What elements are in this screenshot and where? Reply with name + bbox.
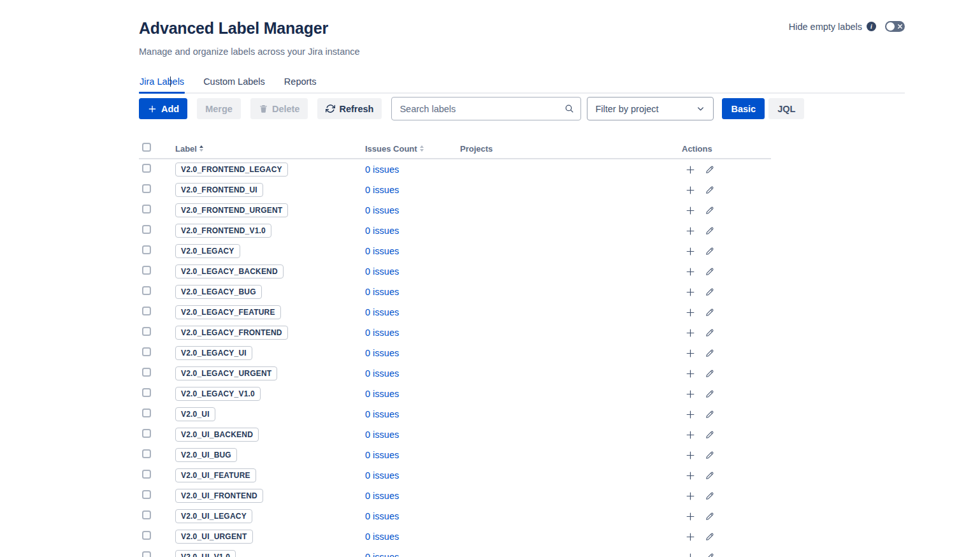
hide-empty-toggle[interactable]: [885, 21, 905, 32]
add-to-label-button[interactable]: [684, 205, 696, 216]
add-to-label-button[interactable]: [684, 449, 696, 461]
edit-label-button[interactable]: [704, 205, 716, 216]
add-to-label-button[interactable]: [684, 490, 696, 502]
edit-label-button[interactable]: [704, 368, 716, 379]
add-to-label-button[interactable]: [684, 245, 696, 257]
add-to-label-button[interactable]: [684, 510, 696, 522]
row-checkbox[interactable]: [142, 327, 151, 336]
issues-count-link[interactable]: 0 issues: [365, 307, 399, 317]
merge-button[interactable]: Merge: [197, 98, 241, 119]
add-to-label-button[interactable]: [684, 347, 696, 359]
row-checkbox[interactable]: [142, 266, 151, 275]
add-to-label-button[interactable]: [684, 551, 696, 557]
issues-count-link[interactable]: 0 issues: [365, 226, 399, 236]
add-to-label-button[interactable]: [684, 164, 696, 175]
edit-label-button[interactable]: [704, 164, 716, 175]
project-filter-select[interactable]: Filter by project: [587, 97, 714, 120]
label-chip[interactable]: V2.0_LEGACY_V1.0: [175, 387, 261, 401]
add-button[interactable]: Add: [139, 98, 187, 119]
add-to-label-button[interactable]: [684, 184, 696, 196]
label-chip[interactable]: V2.0_UI_LEGACY: [175, 509, 252, 523]
add-to-label-button[interactable]: [684, 327, 696, 338]
row-checkbox[interactable]: [142, 205, 151, 213]
add-to-label-button[interactable]: [684, 307, 696, 318]
label-chip[interactable]: V2.0_UI_BUG: [175, 448, 237, 462]
edit-label-button[interactable]: [704, 225, 716, 236]
label-chip[interactable]: V2.0_LEGACY_URGENT: [175, 366, 277, 380]
row-checkbox[interactable]: [142, 307, 151, 315]
row-checkbox[interactable]: [142, 388, 151, 397]
issues-count-link[interactable]: 0 issues: [365, 389, 399, 399]
edit-label-button[interactable]: [704, 551, 716, 557]
label-chip[interactable]: V2.0_FRONTEND_URGENT: [175, 203, 288, 217]
issues-count-link[interactable]: 0 issues: [365, 409, 399, 419]
edit-label-button[interactable]: [704, 184, 716, 196]
row-checkbox[interactable]: [142, 449, 151, 458]
row-checkbox[interactable]: [142, 470, 151, 479]
label-chip[interactable]: V2.0_LEGACY: [175, 244, 240, 258]
edit-label-button[interactable]: [704, 531, 716, 542]
row-checkbox[interactable]: [142, 409, 151, 417]
add-to-label-button[interactable]: [684, 531, 696, 542]
add-to-label-button[interactable]: [684, 368, 696, 379]
row-checkbox[interactable]: [142, 286, 151, 295]
issues-count-link[interactable]: 0 issues: [365, 185, 399, 195]
jql-mode-button[interactable]: JQL: [768, 98, 804, 119]
edit-label-button[interactable]: [704, 388, 716, 400]
issues-count-link[interactable]: 0 issues: [365, 430, 399, 440]
label-chip[interactable]: V2.0_UI_FRONTEND: [175, 489, 263, 503]
issues-count-link[interactable]: 0 issues: [365, 511, 399, 521]
issues-count-link[interactable]: 0 issues: [365, 164, 399, 175]
select-all-checkbox[interactable]: [142, 143, 151, 152]
add-to-label-button[interactable]: [684, 409, 696, 420]
row-checkbox[interactable]: [142, 225, 151, 234]
refresh-button[interactable]: Refresh: [317, 98, 382, 119]
basic-mode-button[interactable]: Basic: [722, 98, 765, 119]
label-chip[interactable]: V2.0_UI: [175, 407, 215, 421]
column-header-label[interactable]: Label: [175, 144, 365, 154]
edit-label-button[interactable]: [704, 327, 716, 338]
issues-count-link[interactable]: 0 issues: [365, 368, 399, 379]
search-input[interactable]: [391, 97, 581, 120]
issues-count-link[interactable]: 0 issues: [365, 205, 399, 215]
edit-label-button[interactable]: [704, 286, 716, 298]
edit-label-button[interactable]: [704, 307, 716, 318]
edit-label-button[interactable]: [704, 429, 716, 440]
issues-count-link[interactable]: 0 issues: [365, 328, 399, 338]
row-checkbox[interactable]: [142, 510, 151, 519]
column-header-issues[interactable]: Issues Count: [365, 144, 460, 154]
edit-label-button[interactable]: [704, 347, 716, 359]
edit-label-button[interactable]: [704, 470, 716, 481]
label-chip[interactable]: V2.0_UI_URGENT: [175, 530, 253, 544]
tab-jira-labels[interactable]: Jira Labels: [139, 76, 185, 92]
label-chip[interactable]: V2.0_LEGACY_BACKEND: [175, 264, 284, 278]
issues-count-link[interactable]: 0 issues: [365, 450, 399, 460]
edit-label-button[interactable]: [704, 245, 716, 257]
label-chip[interactable]: V2.0_UI_BACKEND: [175, 428, 259, 442]
add-to-label-button[interactable]: [684, 470, 696, 481]
edit-label-button[interactable]: [704, 409, 716, 420]
info-icon[interactable]: i: [867, 22, 876, 31]
issues-count-link[interactable]: 0 issues: [365, 532, 399, 542]
row-checkbox[interactable]: [142, 551, 151, 557]
add-to-label-button[interactable]: [684, 429, 696, 440]
issues-count-link[interactable]: 0 issues: [365, 287, 399, 297]
add-to-label-button[interactable]: [684, 225, 696, 236]
row-checkbox[interactable]: [142, 347, 151, 356]
row-checkbox[interactable]: [142, 531, 151, 540]
add-to-label-button[interactable]: [684, 266, 696, 277]
issues-count-link[interactable]: 0 issues: [365, 552, 399, 557]
add-to-label-button[interactable]: [684, 388, 696, 400]
label-chip[interactable]: V2.0_LEGACY_FEATURE: [175, 305, 281, 319]
tab-reports[interactable]: Reports: [284, 76, 317, 92]
label-chip[interactable]: V2.0_FRONTEND_LEGACY: [175, 163, 288, 177]
tab-custom-labels[interactable]: Custom Labels: [203, 76, 266, 92]
row-checkbox[interactable]: [142, 245, 151, 254]
edit-label-button[interactable]: [704, 266, 716, 277]
row-checkbox[interactable]: [142, 164, 151, 173]
row-checkbox[interactable]: [142, 490, 151, 499]
issues-count-link[interactable]: 0 issues: [365, 348, 399, 358]
issues-count-link[interactable]: 0 issues: [365, 491, 399, 501]
label-chip[interactable]: V2.0_LEGACY_UI: [175, 346, 252, 360]
label-chip[interactable]: V2.0_LEGACY_FRONTEND: [175, 326, 288, 340]
